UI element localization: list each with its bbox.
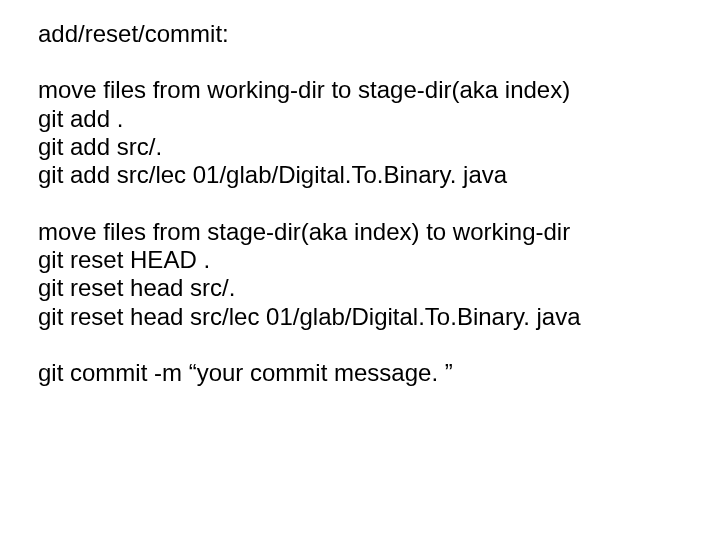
spacer [38,48,720,76]
spacer [38,190,720,218]
spacer [38,331,720,359]
add-cmd-1: git add . [38,105,720,133]
add-cmd-2: git add src/. [38,133,720,161]
commit-cmd: git commit -m “your commit message. ” [38,359,720,387]
reset-cmd-2: git reset head src/. [38,274,720,302]
slide: add/reset/commit: move files from workin… [0,0,720,540]
reset-description: move files from stage-dir(aka index) to … [38,218,720,246]
reset-cmd-3: git reset head src/lec 01/glab/Digital.T… [38,303,720,331]
add-cmd-3: git add src/lec 01/glab/Digital.To.Binar… [38,161,720,189]
add-description: move files from working-dir to stage-dir… [38,76,720,104]
reset-cmd-1: git reset HEAD . [38,246,720,274]
title: add/reset/commit: [38,20,720,48]
